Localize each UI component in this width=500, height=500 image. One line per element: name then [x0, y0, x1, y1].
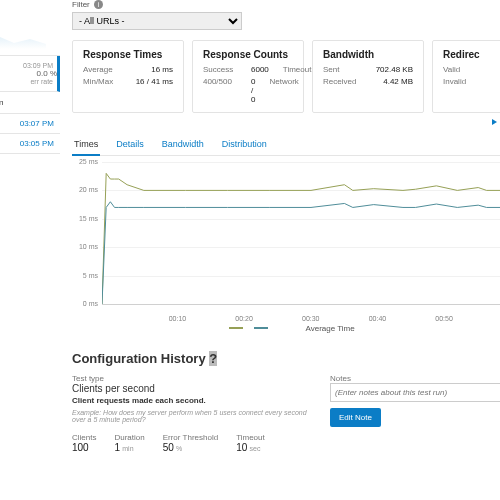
edit-note-button[interactable]: Edit Note	[330, 408, 381, 427]
summary-cards: Response Times Average16 ms Min/Max16 / …	[72, 40, 500, 113]
mini-response-time: nse Time ms	[0, 0, 60, 56]
card-redirects: Redirec Valid Invalid	[432, 40, 500, 113]
ts-row-2[interactable]: 03:05 PM	[0, 134, 60, 154]
mini-over: over 1 min	[0, 92, 60, 114]
tab-distribution[interactable]: Distribution	[220, 134, 269, 155]
help-icon[interactable]: i	[94, 0, 103, 9]
card-response-counts: Response Counts Success6000Timeout0 400/…	[192, 40, 304, 113]
filter-select[interactable]: - All URLs -	[72, 12, 242, 30]
sparkline	[0, 29, 46, 49]
filter-label: Filter i	[72, 0, 500, 9]
chart-legend: Average Time	[72, 324, 500, 333]
card-bandwidth: Bandwidth Sent702.48 KB Received4.42 MB	[312, 40, 424, 113]
ts-row-1[interactable]: 03:07 PM	[0, 114, 60, 134]
tab-details[interactable]: Details	[114, 134, 146, 155]
play-icon	[492, 119, 497, 125]
timeseries-chart: 25 ms20 ms15 ms10 ms5 ms0 ms 00:1000:200…	[72, 162, 500, 322]
chart-tabs: Times Details Bandwidth Distribution	[72, 134, 500, 156]
mini-selected[interactable]: 03:09 PM 0.0 % err rate	[0, 56, 60, 92]
tab-bandwidth[interactable]: Bandwidth	[160, 134, 206, 155]
card-response-times: Response Times Average16 ms Min/Max16 / …	[72, 40, 184, 113]
notes-input[interactable]	[330, 383, 500, 402]
tab-times[interactable]: Times	[72, 134, 100, 156]
config-history-title: Configuration History ?	[72, 351, 500, 366]
help-icon[interactable]: ?	[209, 351, 217, 366]
